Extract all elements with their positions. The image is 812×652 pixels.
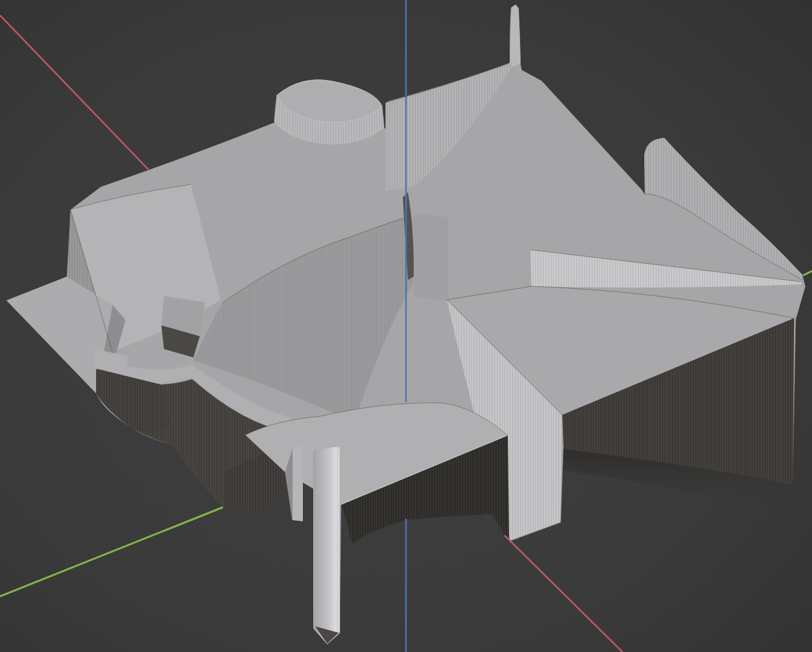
pillar-face — [313, 446, 340, 644]
thin-column-face — [293, 446, 303, 521]
viewport-canvas[interactable] — [0, 0, 812, 652]
